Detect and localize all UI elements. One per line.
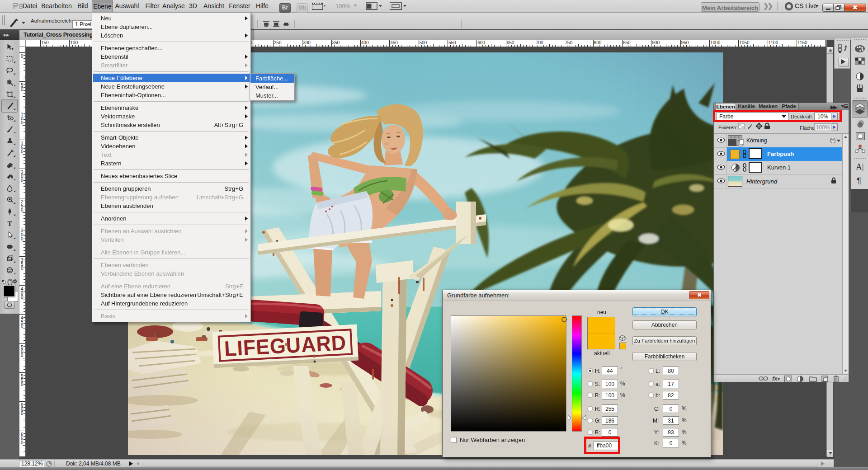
svg-text:T: T [8, 220, 12, 227]
